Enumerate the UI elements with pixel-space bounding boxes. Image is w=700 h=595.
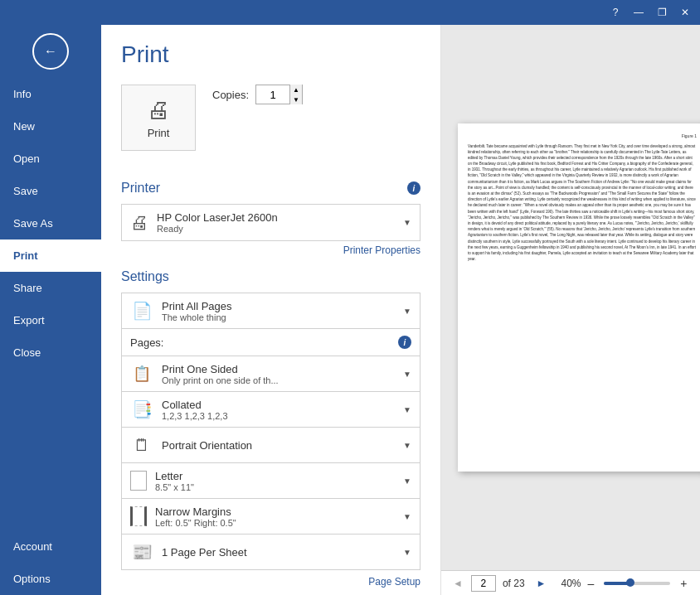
print-all-pages-sub: The whole thing: [162, 312, 403, 322]
bottom-bar: ◄ of 23 ► 40% – + ⊞: [441, 570, 700, 595]
print-all-pages-main: Print All Pages: [162, 300, 403, 312]
copies-label: Copies:: [212, 89, 249, 101]
letter-sub: 8.5" x 11": [155, 482, 403, 492]
pages-info-icon: i: [398, 336, 411, 349]
sidebar-item-share[interactable]: Share: [0, 272, 101, 304]
copies-spinners: ▲ ▼: [289, 85, 302, 104]
current-page-input[interactable]: [471, 575, 496, 592]
one-sided-arrow: ▼: [403, 370, 411, 379]
copies-row: Copies: ▲ ▼: [212, 85, 303, 104]
page-setup-link[interactable]: Page Setup: [121, 576, 420, 588]
pages-per-sheet-main: 1 Page Per Sheet: [162, 546, 403, 559]
printer-properties-link[interactable]: Printer Properties: [121, 244, 420, 256]
copies-increment[interactable]: ▲: [290, 85, 302, 94]
margins-text: Narrow Margins Left: 0.5" Right: 0.5": [155, 506, 403, 528]
sidebar-item-info[interactable]: Info: [0, 78, 101, 110]
zoom-out-button[interactable]: –: [585, 577, 598, 590]
collated-sub: 1,2,3 1,2,3 1,2,3: [162, 411, 403, 421]
pages-per-sheet-icon: 📰: [130, 542, 153, 562]
pages-input[interactable]: [172, 336, 398, 349]
collated-icon: 📑: [130, 399, 153, 419]
sidebar-item-options[interactable]: Options: [0, 563, 101, 595]
setting-margins[interactable]: Narrow Margins Left: 0.5" Right: 0.5" ▼: [121, 498, 420, 535]
main-container: ← Info New Open Save Save As Print Share…: [0, 25, 700, 595]
print-pages-icon: 📄: [130, 301, 153, 321]
collated-arrow: ▼: [403, 405, 411, 414]
settings-section-title: Settings: [121, 269, 420, 284]
content-area: Print 🖨 Print Copies: ▲ ▼: [101, 25, 700, 595]
restore-button[interactable]: ❐: [654, 4, 670, 21]
right-panel: ▲ ▼ Figure 1 Vanderbilt. Tate became acq…: [441, 25, 700, 595]
setting-portrait[interactable]: 🗒 Portrait Orientation ▼: [121, 427, 420, 463]
settings-group: 📄 Print All Pages The whole thing ▼ Page…: [121, 293, 420, 570]
printer-info: HP Color LaserJet 2600n Ready: [157, 211, 395, 234]
page-title: Print: [121, 41, 420, 68]
print-all-pages-arrow: ▼: [403, 307, 411, 316]
print-one-sided-text: Print One Sided Only print on one side o…: [162, 363, 403, 385]
zoom-percent-label: 40%: [561, 578, 581, 589]
setting-print-one-sided[interactable]: 📋 Print One Sided Only print on one side…: [121, 356, 420, 392]
printer-name: HP Color LaserJet 2600n: [157, 211, 395, 224]
sidebar-item-open[interactable]: Open: [0, 143, 101, 175]
collated-main: Collated: [162, 399, 403, 411]
print-one-sided-sub: Only print on one side of th...: [162, 375, 403, 385]
preview-area: Figure 1 Vanderbilt. Tate became acquain…: [441, 25, 700, 570]
printer-selector[interactable]: 🖨 HP Color LaserJet 2600n Ready ▼: [121, 204, 420, 241]
print-button-box[interactable]: 🖨 Print: [121, 85, 196, 151]
pages-row: Pages: i: [121, 328, 420, 356]
copies-input[interactable]: [256, 89, 289, 101]
sidebar-item-export[interactable]: Export: [0, 304, 101, 336]
printer-status: Ready: [157, 224, 395, 234]
sidebar-item-save-as[interactable]: Save As: [0, 207, 101, 239]
letter-text: Letter 8.5" x 11": [155, 470, 403, 492]
copies-decrement[interactable]: ▼: [290, 94, 302, 104]
help-button[interactable]: ?: [607, 4, 624, 21]
back-button[interactable]: ←: [32, 33, 69, 70]
page-preview: Figure 1 Vanderbilt. Tate became acquain…: [458, 123, 700, 472]
preview-figure-label: Figure 1: [468, 133, 697, 140]
margins-sub: Left: 0.5" Right: 0.5": [155, 518, 403, 528]
zoom-slider[interactable]: [604, 582, 670, 585]
setting-collated[interactable]: 📑 Collated 1,2,3 1,2,3 1,2,3 ▼: [121, 391, 420, 428]
close-button[interactable]: ✕: [677, 4, 693, 21]
one-sided-icon: 📋: [130, 365, 153, 383]
printer-icon-sm: 🖨: [130, 212, 148, 234]
pages-per-sheet-text: 1 Page Per Sheet: [162, 546, 403, 559]
minimize-button[interactable]: —: [630, 4, 647, 21]
portrait-arrow: ▼: [403, 441, 411, 450]
sidebar: ← Info New Open Save Save As Print Share…: [0, 25, 101, 595]
print-one-sided-main: Print One Sided: [162, 363, 403, 375]
sidebar-item-save[interactable]: Save: [0, 175, 101, 207]
collated-text: Collated 1,2,3 1,2,3 1,2,3: [162, 399, 403, 421]
zoom-in-button[interactable]: +: [677, 577, 690, 590]
printer-info-icon: i: [407, 181, 420, 195]
sidebar-item-account[interactable]: Account: [0, 530, 101, 563]
print-all-pages-text: Print All Pages The whole thing: [162, 300, 403, 322]
pages-label: Pages:: [130, 336, 163, 349]
letter-arrow: ▼: [403, 476, 411, 486]
printer-icon-big: 🖨: [147, 96, 170, 123]
zoom-slider-thumb[interactable]: [626, 578, 634, 587]
letter-icon: [130, 471, 147, 491]
copies-input-wrap: ▲ ▼: [255, 85, 303, 104]
title-bar: ? — ❐ ✕: [0, 0, 700, 25]
sidebar-item-print[interactable]: Print: [0, 239, 101, 272]
printer-dropdown-arrow: ▼: [403, 218, 411, 227]
left-panel: Print 🖨 Print Copies: ▲ ▼: [101, 25, 441, 595]
setting-print-all-pages[interactable]: 📄 Print All Pages The whole thing ▼: [121, 293, 420, 329]
prev-page-button[interactable]: ◄: [448, 576, 468, 591]
margins-icon: [130, 506, 147, 526]
setting-pages-per-sheet[interactable]: 📰 1 Page Per Sheet ▼: [121, 534, 420, 570]
sidebar-item-close[interactable]: Close: [0, 336, 101, 369]
print-button-label: Print: [148, 127, 170, 139]
total-pages-label: of 23: [503, 578, 525, 589]
printer-section-title: Printer i: [121, 181, 420, 196]
portrait-text: Portrait Orientation: [162, 439, 403, 452]
margins-main: Narrow Margins: [155, 506, 403, 518]
sidebar-item-new[interactable]: New: [0, 110, 101, 143]
letter-main: Letter: [155, 470, 403, 482]
setting-letter[interactable]: Letter 8.5" x 11" ▼: [121, 462, 420, 499]
portrait-icon: 🗒: [130, 436, 153, 455]
next-page-button[interactable]: ►: [532, 576, 552, 591]
margins-arrow: ▼: [403, 512, 411, 521]
